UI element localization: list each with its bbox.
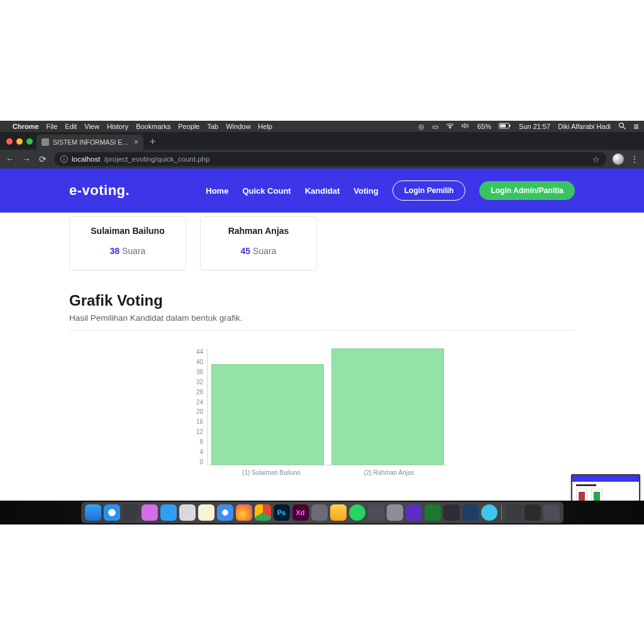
dock-trash[interactable] — [543, 504, 560, 521]
candidate-card: Rahman Anjas 45 Suara — [200, 216, 317, 270]
candidate-votes: 45 Suara — [204, 246, 313, 256]
tab-favicon — [42, 138, 49, 146]
svg-rect-1 — [500, 125, 506, 128]
volume-icon[interactable] — [462, 123, 470, 130]
dock-app-safari2[interactable] — [217, 504, 233, 521]
login-pemilih-button[interactable]: Login Pemilih — [392, 180, 466, 201]
spotlight-icon[interactable] — [618, 122, 626, 131]
dock-stack[interactable] — [506, 504, 522, 521]
chart-x-axis: (1) Sulaiman Bailuno(2) Rahman Anjas — [196, 469, 448, 476]
window-controls — [4, 138, 36, 150]
chrome-tabstrip: SISTEM INFORMASI E-VOTING | × + — [0, 132, 644, 150]
candidate-card: Sulaiman Bailuno 38 Suara — [69, 216, 186, 270]
dock-app-imovie[interactable] — [406, 504, 422, 521]
nav-back-button[interactable]: ← — [5, 154, 15, 164]
tab-close-button[interactable]: × — [134, 138, 138, 147]
battery-percent: 65% — [477, 123, 491, 130]
battery-icon[interactable] — [499, 123, 511, 130]
url-path: /project_evoting/quick_count.php — [104, 155, 209, 163]
menu-history[interactable]: History — [107, 123, 128, 130]
nav-link-kandidat[interactable]: Kandidat — [305, 186, 340, 196]
dock-app-music[interactable] — [142, 504, 158, 521]
chart-y-axis: 444036322824201612840 — [196, 348, 207, 465]
dock-app-firefox[interactable] — [236, 504, 252, 521]
dock-app-safari[interactable] — [104, 504, 120, 521]
chart-plot-area — [207, 348, 448, 465]
dock-app-photoshop[interactable]: Ps — [274, 504, 290, 521]
dock-app-anydesk[interactable] — [481, 504, 497, 521]
profile-avatar[interactable] — [613, 153, 624, 165]
dock-separator — [501, 505, 502, 520]
wifi-icon[interactable] — [446, 123, 454, 130]
dock-app-appstore[interactable] — [160, 504, 177, 521]
section-subtitle: Hasil Pemilihan Kandidat dalam bentuk gr… — [69, 313, 575, 323]
brand-logo[interactable]: e-voting. — [69, 182, 130, 199]
chart-x-label: (2) Rahman Anjas — [330, 469, 448, 476]
nav-reload-button[interactable]: ⟳ — [38, 154, 48, 164]
new-tab-button[interactable]: + — [143, 136, 162, 150]
window-minimize-button[interactable] — [16, 138, 23, 145]
chrome-menu-button[interactable]: ⋮ — [630, 154, 639, 164]
nav-link-home[interactable]: Home — [206, 186, 228, 196]
dock-app-terminal[interactable] — [443, 504, 460, 521]
menu-bookmarks[interactable]: Bookmarks — [136, 123, 170, 130]
url-host: localhost — [72, 155, 100, 163]
site-info-icon[interactable]: i — [60, 155, 68, 163]
macos-menubar: Chrome File Edit View History Bookmarks … — [0, 121, 644, 132]
dock-app-finder[interactable] — [85, 504, 101, 521]
candidate-name: Rahman Anjas — [204, 226, 313, 236]
chart-x-label: (1) Sulaiman Bailuno — [213, 469, 330, 476]
login-admin-button[interactable]: Login Admin/Panitia — [479, 181, 575, 200]
dock-app-whatsapp[interactable] — [349, 504, 365, 521]
window-zoom-button[interactable] — [26, 138, 33, 145]
chart-bar — [211, 364, 324, 465]
menu-tab[interactable]: Tab — [207, 123, 218, 130]
dock-app-virtualbox[interactable] — [462, 504, 479, 521]
nav-link-quickcount[interactable]: Quick Count — [242, 186, 291, 196]
address-bar[interactable]: i localhost/project_evoting/quick_count.… — [54, 152, 606, 166]
chrome-toolbar: ← → ⟳ i localhost/project_evoting/quick_… — [0, 150, 644, 169]
menu-window[interactable]: Window — [226, 123, 250, 130]
bar-chart: 444036322824201612840 (1) Sulaiman Bailu… — [196, 348, 448, 476]
dock-app-chrome[interactable] — [255, 504, 271, 521]
dock-app-mail[interactable] — [179, 504, 196, 521]
dock-app-notes[interactable] — [198, 504, 214, 521]
candidate-votes: 38 Suara — [74, 246, 182, 256]
menubar-app[interactable]: Chrome — [13, 123, 39, 130]
tab-title: SISTEM INFORMASI E-VOTING | — [53, 138, 130, 146]
browser-tab[interactable]: SISTEM INFORMASI E-VOTING | × — [36, 135, 143, 150]
svg-rect-2 — [509, 125, 511, 126]
creative-cloud-icon[interactable]: ◎ — [418, 123, 425, 131]
svg-line-4 — [623, 127, 625, 129]
nav-link-voting[interactable]: Voting — [353, 186, 378, 196]
menu-people[interactable]: People — [178, 123, 199, 130]
section-title: Grafik Voting — [69, 292, 575, 309]
chart-bar — [331, 348, 444, 465]
window-close-button[interactable] — [6, 138, 13, 145]
control-center-icon[interactable]: ≣ — [633, 123, 639, 131]
dock-app-iterm[interactable] — [425, 504, 441, 521]
dock-app-launchpad[interactable] — [123, 504, 139, 521]
dock-app-xd[interactable]: Xd — [292, 504, 309, 521]
site-navbar: e-voting. Home Quick Count Kandidat Voti… — [0, 169, 644, 213]
divider — [69, 330, 575, 331]
menu-help[interactable]: Help — [258, 123, 272, 130]
macos-dock: Ps Xd — [0, 501, 644, 525]
dock-stack[interactable] — [525, 504, 541, 521]
bookmark-star-icon[interactable]: ☆ — [592, 155, 600, 164]
display-icon[interactable]: ▭ — [432, 123, 438, 131]
menu-file[interactable]: File — [47, 123, 58, 130]
dock-app-sublime[interactable] — [368, 504, 384, 521]
dock-app-settings[interactable] — [387, 504, 403, 521]
page-content: Sulaiman Bailuno 38 Suara Rahman Anjas 4… — [0, 216, 644, 476]
nav-forward-button[interactable]: → — [21, 154, 31, 164]
chart-section-header: Grafik Voting Hasil Pemilihan Kandidat d… — [69, 292, 575, 323]
menubar-datetime[interactable]: Sun 21:57 — [519, 123, 550, 130]
candidate-name: Sulaiman Bailuno — [74, 226, 182, 236]
dock-app-mamp[interactable] — [311, 504, 328, 521]
menu-edit[interactable]: Edit — [65, 123, 77, 130]
menu-view[interactable]: View — [84, 123, 99, 130]
dock-app-sketch[interactable] — [330, 504, 347, 521]
menubar-username[interactable]: Diki Alfarabi Hadi — [558, 123, 611, 130]
